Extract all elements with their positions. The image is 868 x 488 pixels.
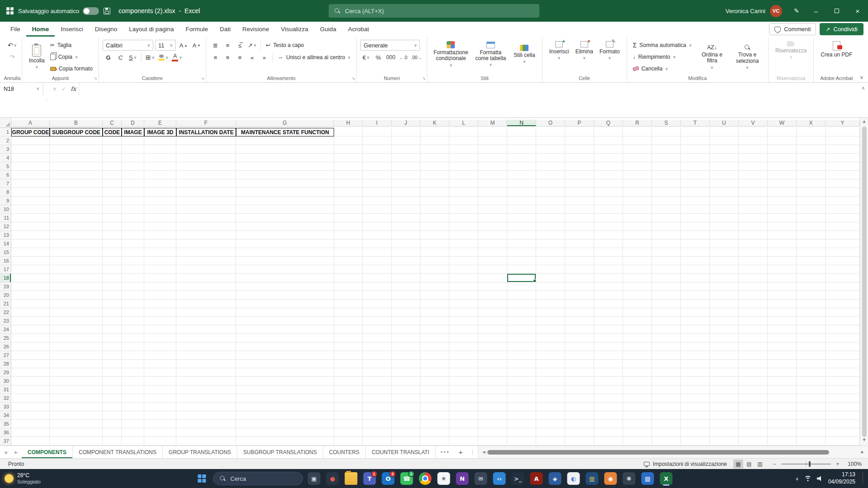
cell-V5[interactable]	[739, 162, 768, 171]
column-header-J[interactable]: J	[392, 120, 420, 127]
cell-G22[interactable]	[236, 308, 334, 317]
cell-X2[interactable]	[797, 136, 826, 145]
menu-tab-disegno[interactable]: Disegno	[89, 22, 123, 37]
cell-C28[interactable]	[103, 360, 122, 368]
column-header-X[interactable]: X	[797, 120, 826, 127]
cell-W26[interactable]	[768, 343, 797, 351]
cell-T10[interactable]	[681, 205, 710, 214]
cell-S23[interactable]	[652, 317, 681, 325]
column-header-K[interactable]: K	[420, 120, 449, 127]
cell-K32[interactable]	[420, 394, 449, 403]
cell-M5[interactable]	[478, 162, 507, 171]
cell-X15[interactable]	[797, 248, 826, 257]
cell-F25[interactable]	[176, 334, 236, 343]
cell-F7[interactable]	[176, 179, 236, 188]
start-button[interactable]	[194, 471, 210, 486]
cell-P36[interactable]	[565, 428, 594, 437]
cell-S34[interactable]	[652, 411, 681, 420]
more-sheets-button[interactable]: •••	[436, 446, 454, 458]
cell-Q21[interactable]	[594, 300, 623, 308]
cell-U20[interactable]	[710, 291, 739, 300]
cell-P22[interactable]	[565, 308, 594, 317]
cell-C17[interactable]	[103, 265, 122, 274]
cell-J25[interactable]	[392, 334, 420, 343]
cell-R16[interactable]	[623, 257, 652, 265]
cell-M4[interactable]	[478, 154, 507, 162]
cell-V26[interactable]	[739, 343, 768, 351]
cell-H35[interactable]	[334, 420, 363, 428]
cell-W11[interactable]	[768, 214, 797, 222]
cell-X31[interactable]	[797, 385, 826, 394]
cell-X30[interactable]	[797, 377, 826, 385]
cell-G13[interactable]	[236, 231, 334, 239]
row-header-25[interactable]: 25	[0, 334, 11, 343]
cell-D2[interactable]	[122, 136, 144, 145]
cell-T34[interactable]	[681, 411, 710, 420]
row-header-1[interactable]: 1	[0, 128, 11, 136]
cell-A10[interactable]	[11, 205, 50, 214]
cell-F30[interactable]	[176, 377, 236, 385]
cell-C34[interactable]	[103, 411, 122, 420]
cell-J9[interactable]	[392, 197, 420, 205]
row-header-18[interactable]: 18	[0, 274, 11, 282]
cell-J17[interactable]	[392, 265, 420, 274]
cell-E19[interactable]	[144, 282, 176, 291]
cell-D31[interactable]	[122, 385, 144, 394]
cell-O18[interactable]	[536, 274, 565, 282]
cell-H13[interactable]	[334, 231, 363, 239]
wrap-text-button[interactable]: ↩Testo a capo	[264, 40, 306, 51]
scroll-up-icon[interactable]: ▲	[863, 119, 865, 126]
cell-K16[interactable]	[420, 257, 449, 265]
name-box-splitter[interactable]: ⋮	[44, 94, 49, 106]
cell-R15[interactable]	[623, 248, 652, 257]
cell-F22[interactable]	[176, 308, 236, 317]
cell-V37[interactable]	[739, 437, 768, 446]
cell-I37[interactable]	[363, 437, 392, 446]
cell-K19[interactable]	[420, 282, 449, 291]
cell-R31[interactable]	[623, 385, 652, 394]
cell-L3[interactable]	[449, 145, 478, 154]
cell-I10[interactable]	[363, 205, 392, 214]
cell-G12[interactable]	[236, 222, 334, 231]
cell-P37[interactable]	[565, 437, 594, 446]
cell-E15[interactable]	[144, 248, 176, 257]
cell-J6[interactable]	[392, 171, 420, 179]
cell-S19[interactable]	[652, 282, 681, 291]
cell-K1[interactable]	[420, 128, 449, 136]
cell-K30[interactable]	[420, 377, 449, 385]
cell-B17[interactable]	[50, 265, 103, 274]
copilot-icon[interactable]: ◐	[566, 471, 581, 486]
cell-S25[interactable]	[652, 334, 681, 343]
cell-N25[interactable]	[507, 334, 536, 343]
cell-L5[interactable]	[449, 162, 478, 171]
cell-A8[interactable]	[11, 188, 50, 197]
cell-F1[interactable]: INSTALLATION DATE	[176, 128, 236, 136]
cell-K21[interactable]	[420, 300, 449, 308]
cell-T3[interactable]	[681, 145, 710, 154]
insert-function-icon[interactable]: fx	[71, 85, 76, 92]
cell-H7[interactable]	[334, 179, 363, 188]
cell-E3[interactable]	[144, 145, 176, 154]
cell-E17[interactable]	[144, 265, 176, 274]
cell-Q34[interactable]	[594, 411, 623, 420]
cell-K4[interactable]	[420, 154, 449, 162]
column-header-U[interactable]: U	[710, 120, 739, 127]
cell-E35[interactable]	[144, 420, 176, 428]
cell-L20[interactable]	[449, 291, 478, 300]
cell-J23[interactable]	[392, 317, 420, 325]
cell-Q12[interactable]	[594, 222, 623, 231]
cell-G28[interactable]	[236, 360, 334, 368]
cell-G36[interactable]	[236, 428, 334, 437]
cell-G18[interactable]	[236, 274, 334, 282]
cell-N31[interactable]	[507, 385, 536, 394]
cell-F21[interactable]	[176, 300, 236, 308]
cell-Q27[interactable]	[594, 351, 623, 360]
cell-C31[interactable]	[103, 385, 122, 394]
cell-M8[interactable]	[478, 188, 507, 197]
cell-N1[interactable]	[507, 128, 536, 136]
save-icon[interactable]	[104, 8, 110, 14]
cell-R27[interactable]	[623, 351, 652, 360]
cell-Q6[interactable]	[594, 171, 623, 179]
cell-P12[interactable]	[565, 222, 594, 231]
cell-I2[interactable]	[363, 136, 392, 145]
